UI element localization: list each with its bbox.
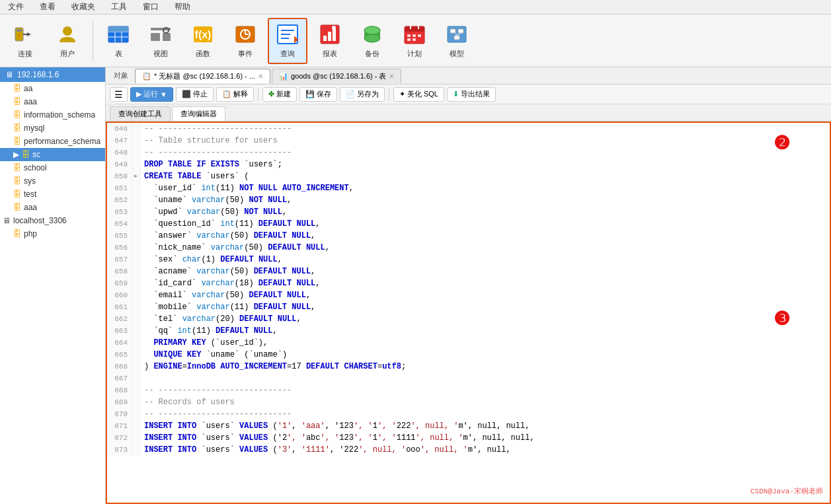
- svg-rect-48: [458, 29, 463, 33]
- line-content: -- Table structure for users: [140, 135, 830, 147]
- beautify-btn[interactable]: ✦ 美化 SQL: [393, 87, 444, 102]
- toolbar-view-btn[interactable]: 视图: [141, 18, 180, 64]
- code-line-653[interactable]: 653 `upwd` varchar(50) NOT NULL,: [107, 206, 830, 218]
- code-line-648[interactable]: 648-- ----------------------------: [107, 147, 830, 159]
- toolbar-model-btn[interactable]: 模型: [437, 18, 477, 64]
- line-gutter: [132, 313, 140, 325]
- svg-point-36: [364, 26, 380, 34]
- svg-rect-38: [405, 26, 424, 32]
- server-icon: 🖥: [5, 70, 13, 79]
- toolbar-query-btn[interactable]: 查询: [268, 18, 307, 64]
- toolbar-user-btn[interactable]: 用户: [48, 18, 87, 64]
- code-line-658[interactable]: 658 `acname` varchar(50) DEFAULT NULL,: [107, 266, 830, 277]
- sidebar-item-school[interactable]: 🗄 school: [0, 161, 105, 174]
- code-line-666[interactable]: 666) ENGINE=InnoDB AUTO_INCREMENT=17 DEF…: [107, 361, 830, 373]
- save-as-icon: 📄: [346, 90, 355, 98]
- sidebar-item-information-schema[interactable]: 🗄 information_schema: [0, 108, 105, 122]
- svg-point-5: [63, 26, 72, 36]
- tab-query1[interactable]: 📋 * 无标题 @sc (192.168.1.6) - ... ✕: [135, 69, 270, 83]
- code-line-661[interactable]: 661 `mobile` varchar(11) DEFAULT NULL,: [107, 301, 830, 313]
- toolbar-backup-btn[interactable]: 备份: [352, 18, 392, 64]
- toolbar-function-btn[interactable]: f(x) 函数: [183, 18, 223, 64]
- code-line-646[interactable]: 646-- ----------------------------: [107, 123, 830, 135]
- tab-goods[interactable]: 📊 goods @sc (192.168.1.6) - 表 ✕: [272, 69, 401, 83]
- new-btn[interactable]: ✤ 新建: [262, 87, 297, 102]
- menu-window[interactable]: 窗口: [140, 0, 161, 14]
- code-line-656[interactable]: 656 `nick_name` varchar(50) DEFAULT NULL…: [107, 242, 830, 254]
- save-btn[interactable]: 💾 保存: [299, 87, 337, 102]
- user-icon: [56, 22, 79, 46]
- export-btn[interactable]: ⬇ 导出结果: [447, 87, 496, 102]
- code-line-662[interactable]: 662 `tel` varchar(20) DEFAULT NULL,: [107, 313, 830, 325]
- svg-point-2: [18, 34, 20, 37]
- line-gutter: [132, 123, 140, 135]
- sidebar-item-sys[interactable]: 🗄 sys: [0, 174, 105, 188]
- sidebar-item-php[interactable]: 🗄 php: [0, 227, 105, 240]
- menu-help[interactable]: 帮助: [172, 0, 193, 14]
- line-number: 650: [107, 170, 132, 182]
- code-line-650[interactable]: 650▶CREATE TABLE `users` (: [107, 170, 830, 182]
- toolbar-report-btn[interactable]: 报表: [310, 18, 350, 64]
- code-line-670[interactable]: 670-- ----------------------------: [107, 408, 830, 420]
- line-content: `upwd` varchar(50) NOT NULL,: [140, 206, 830, 218]
- menu-favorites[interactable]: 收藏夹: [69, 0, 98, 14]
- explain-btn[interactable]: 📋 解释: [216, 87, 254, 102]
- sidebar-item-sc[interactable]: ▶ 🗄 sc: [0, 148, 105, 161]
- hamburger-menu-btn[interactable]: ☰: [110, 87, 128, 102]
- code-line-672[interactable]: 672INSERT INTO `users` VALUES ('2', 'abc…: [107, 432, 830, 444]
- code-editor[interactable]: 646-- ----------------------------647-- …: [106, 122, 831, 504]
- code-line-671[interactable]: 671INSERT INTO `users` VALUES ('1', 'aaa…: [107, 420, 830, 432]
- line-number: 665: [107, 349, 132, 361]
- svg-rect-41: [407, 34, 411, 37]
- save-as-btn[interactable]: 📄 另存为: [340, 87, 385, 102]
- toolbar-connect-btn[interactable]: 连接: [5, 18, 45, 64]
- toolbar-table-btn[interactable]: 表: [99, 18, 138, 64]
- code-line-652[interactable]: 652 `uname` varchar(50) NOT NULL,: [107, 194, 830, 206]
- sub-tab-query-editor[interactable]: 查询编辑器: [172, 106, 225, 121]
- code-line-669[interactable]: 669-- Records of users: [107, 396, 830, 408]
- line-content: PRIMARY KEY (`user_id`),: [140, 337, 830, 349]
- sidebar-item-aaa[interactable]: 🗄 aaa: [0, 95, 105, 108]
- code-line-654[interactable]: 654 `question_id` int(11) DEFAULT NULL,: [107, 218, 830, 230]
- svg-rect-14: [163, 33, 171, 41]
- menu-tools[interactable]: 工具: [108, 0, 130, 14]
- code-line-649[interactable]: 649DROP TABLE IF EXISTS `users`;: [107, 159, 830, 170]
- code-line-668[interactable]: 668-- ----------------------------: [107, 384, 830, 396]
- code-line-651[interactable]: 651 `user_id` int(11) NOT NULL AUTO_INCR…: [107, 182, 830, 194]
- code-line-659[interactable]: 659 `id_card` varchar(18) DEFAULT NULL,: [107, 277, 830, 289]
- menu-file[interactable]: 文件: [5, 0, 26, 14]
- sidebar-item-mysql[interactable]: 🗄 mysql: [0, 122, 105, 135]
- sidebar-item-test[interactable]: 🗄 test: [0, 188, 105, 201]
- menu-view[interactable]: 查看: [37, 0, 58, 14]
- sidebar-item-aaa2[interactable]: 🗄 aaa: [0, 201, 105, 214]
- db-icon: 🗄: [13, 203, 21, 212]
- code-line-664[interactable]: 664 PRIMARY KEY (`user_id`),: [107, 337, 830, 349]
- tab-goods-close[interactable]: ✕: [389, 73, 394, 80]
- toolbar-schedule-btn[interactable]: 计划: [395, 18, 434, 64]
- sidebar-item-performance-schema[interactable]: 🗄 performance_schema: [0, 135, 105, 148]
- svg-rect-1: [17, 29, 22, 32]
- tab-query1-close[interactable]: ✕: [258, 73, 263, 80]
- code-line-647[interactable]: 647-- Table structure for users: [107, 135, 830, 147]
- sidebar-item-localhost[interactable]: 🖥 localhost_3306: [0, 214, 105, 227]
- code-line-657[interactable]: 657 `sex` char(1) DEFAULT NULL,: [107, 254, 830, 266]
- save-as-label: 另存为: [357, 89, 379, 99]
- line-number: 669: [107, 396, 132, 408]
- sidebar-item-aa[interactable]: 🗄 aa: [0, 82, 105, 95]
- line-content: -- ----------------------------: [140, 384, 830, 396]
- run-btn[interactable]: ▶ 运行 ▼: [130, 87, 173, 102]
- stop-btn[interactable]: ⬛ 停止: [176, 87, 214, 102]
- toolbar-event-btn[interactable]: 事件: [225, 18, 265, 64]
- code-line-673[interactable]: 673INSERT INTO `users` VALUES ('3', '111…: [107, 444, 830, 456]
- run-label: 运行: [143, 89, 158, 99]
- code-line-655[interactable]: 655 `answer` varchar(50) DEFAULT NULL,: [107, 230, 830, 242]
- toolbar-event-label: 事件: [238, 49, 253, 59]
- code-line-667[interactable]: 667: [107, 373, 830, 384]
- code-line-663[interactable]: 663 `qq` int(11) DEFAULT NULL,: [107, 325, 830, 337]
- line-gutter: [132, 396, 140, 408]
- sub-tab-query-builder[interactable]: 查询创建工具: [110, 106, 171, 121]
- code-line-665[interactable]: 665 UNIQUE KEY `uname` (`uname`): [107, 349, 830, 361]
- code-line-660[interactable]: 660 `email` varchar(50) DEFAULT NULL,: [107, 289, 830, 301]
- explain-label: 解释: [233, 89, 248, 99]
- line-gutter: [132, 218, 140, 230]
